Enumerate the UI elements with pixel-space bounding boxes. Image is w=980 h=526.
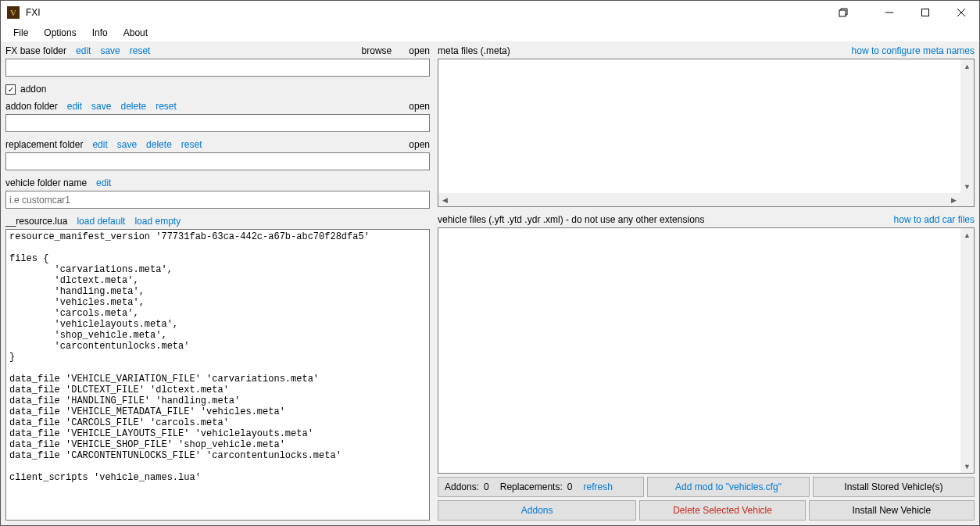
fxbase-browse[interactable]: browse <box>362 45 392 56</box>
deletesel-button[interactable]: Delete Selected Vehicle <box>639 500 805 521</box>
addon-checkbox-row: ✓ addon <box>5 81 430 97</box>
maximize-button[interactable] <box>907 1 943 24</box>
button-row-1: Addons: 0 Replacements: 0 refresh Add mo… <box>438 477 975 497</box>
installstored-button[interactable]: Install Stored Vehicle(s) <box>813 477 975 497</box>
addon-checkbox-label: addon <box>20 84 46 95</box>
replacements-label: Replacements: <box>500 481 563 492</box>
fxbase-save[interactable]: save <box>100 45 120 56</box>
vehfiles-label: vehicle files (.yft .ytd .ydr .xml) - do… <box>438 214 704 225</box>
replfolder-open[interactable]: open <box>409 139 430 150</box>
vehfiles-helplink[interactable]: how to add car files <box>894 214 975 225</box>
replacements-value: 0 <box>567 481 573 492</box>
replfolder-row: replacement folder edit save delete rese… <box>5 137 430 152</box>
close-button[interactable] <box>943 1 979 24</box>
resource-label: __resource.lua <box>5 216 67 227</box>
addonfolder-label: addon folder <box>5 101 58 112</box>
svg-rect-2 <box>922 9 929 16</box>
window: V FXI File Options Info About FX <box>0 0 980 526</box>
resource-row: __resource.lua load default load empty <box>5 213 430 229</box>
titlebar: V FXI <box>1 1 979 24</box>
resource-textarea[interactable]: resource_manifest_version '77731fab-63ca… <box>5 229 430 521</box>
replfolder-save[interactable]: save <box>117 139 137 150</box>
installnew-button[interactable]: Install New Vehicle <box>809 500 975 521</box>
addonfolder-delete[interactable]: delete <box>120 101 146 112</box>
addonfolder-reset[interactable]: reset <box>156 101 177 112</box>
addons-button[interactable]: Addons <box>438 500 636 521</box>
refresh-link[interactable]: refresh <box>583 481 612 492</box>
scrollbar-vertical[interactable]: ▲ ▼ <box>960 228 974 473</box>
replfolder-edit[interactable]: edit <box>92 139 107 150</box>
meta-label: meta files (.meta) <box>438 45 510 56</box>
window-title: FXI <box>26 7 41 18</box>
vehfiles-row: vehicle files (.yft .ytd .ydr .xml) - do… <box>438 212 975 227</box>
scroll-up-icon[interactable]: ▲ <box>960 228 974 242</box>
vehfiles-listbox[interactable]: ▲ ▼ <box>438 227 975 474</box>
scroll-down-icon[interactable]: ▼ <box>960 460 974 473</box>
menu-file[interactable]: File <box>5 26 36 40</box>
addonfolder-open[interactable]: open <box>409 101 430 112</box>
scroll-right-icon[interactable]: ▶ <box>947 193 960 206</box>
menu-options[interactable]: Options <box>36 26 84 40</box>
vehname-row: vehicle folder name edit <box>5 175 430 191</box>
addmod-button[interactable]: Add mod to "vehicles.cfg" <box>647 477 809 497</box>
addonfolder-input[interactable] <box>5 114 430 132</box>
scroll-down-icon[interactable]: ▼ <box>960 180 974 193</box>
meta-row: meta files (.meta) how to configure meta… <box>438 43 975 59</box>
addon-checkbox[interactable]: ✓ <box>5 84 16 95</box>
replfolder-label: replacement folder <box>5 139 83 150</box>
status-box: Addons: 0 Replacements: 0 refresh <box>438 477 644 497</box>
addonfolder-save[interactable]: save <box>91 101 111 112</box>
resource-loaddefault[interactable]: load default <box>77 216 125 227</box>
button-row-2: Addons Delete Selected Vehicle Install N… <box>438 500 975 521</box>
scroll-corner <box>960 193 974 206</box>
meta-listbox[interactable]: ▲ ▼ ◀ ▶ <box>438 59 975 207</box>
left-column: FX base folder edit save reset browse op… <box>5 43 430 521</box>
replfolder-delete[interactable]: delete <box>146 139 172 150</box>
window-buttons <box>831 1 979 24</box>
fxbase-edit[interactable]: edit <box>76 45 91 56</box>
addons-value: 0 <box>484 481 489 492</box>
content: FX base folder edit save reset browse op… <box>1 41 979 525</box>
vehname-edit[interactable]: edit <box>96 177 111 188</box>
fxbase-reset[interactable]: reset <box>130 45 151 56</box>
addonfolder-row: addon folder edit save delete reset open <box>5 98 430 114</box>
app-icon: V <box>7 6 20 19</box>
replfolder-input[interactable] <box>5 152 430 170</box>
scrollbar-vertical[interactable]: ▲ ▼ <box>960 59 974 193</box>
scroll-up-icon[interactable]: ▲ <box>960 59 974 73</box>
minimize-button[interactable] <box>871 1 907 24</box>
restore-down-icon[interactable] <box>831 1 856 24</box>
right-column: meta files (.meta) how to configure meta… <box>438 43 975 521</box>
scrollbar-horizontal[interactable]: ◀ ▶ <box>438 193 974 206</box>
menubar: File Options Info About <box>1 24 979 41</box>
replfolder-reset[interactable]: reset <box>181 139 202 150</box>
fxbase-row: FX base folder edit save reset browse op… <box>5 43 430 59</box>
vehname-label: vehicle folder name <box>5 177 87 188</box>
fxbase-open[interactable]: open <box>409 45 430 56</box>
addons-label: Addons: <box>445 481 479 492</box>
resource-loadempty[interactable]: load empty <box>134 216 181 227</box>
fxbase-input[interactable] <box>5 59 430 77</box>
menu-info[interactable]: Info <box>84 26 116 40</box>
addonfolder-edit[interactable]: edit <box>67 101 82 112</box>
scroll-left-icon[interactable]: ◀ <box>438 193 452 206</box>
menu-about[interactable]: About <box>116 26 156 40</box>
vehname-input[interactable] <box>5 191 430 209</box>
fxbase-label: FX base folder <box>5 45 66 56</box>
meta-helplink[interactable]: how to configure meta names <box>852 45 975 56</box>
svg-rect-0 <box>839 10 846 16</box>
